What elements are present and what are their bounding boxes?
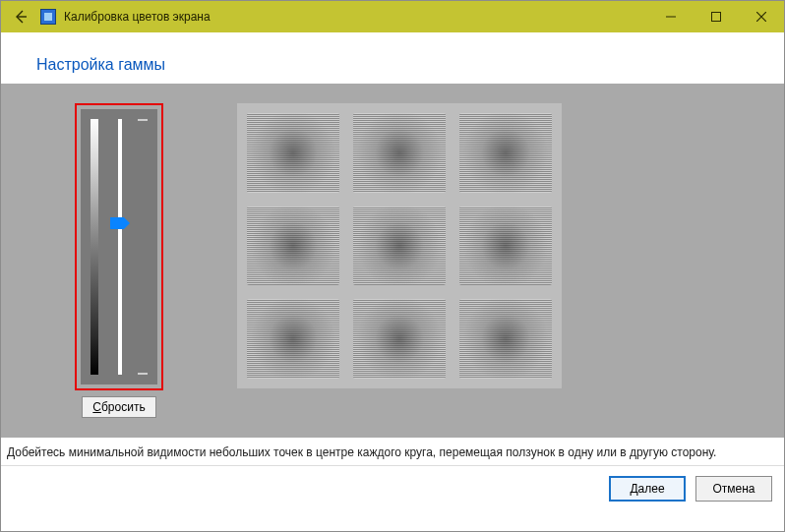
page-header: Настройка гаммы (1, 32, 784, 84)
slider-tick-top (138, 119, 148, 121)
gamma-dot (247, 207, 339, 286)
slider-highlight-frame (75, 103, 163, 390)
close-icon (756, 12, 766, 22)
gamma-preview-grid (237, 103, 562, 388)
slider-tick-bottom (138, 373, 148, 375)
gamma-slider[interactable] (81, 109, 157, 384)
gamma-gradient-strip (91, 119, 98, 375)
gamma-dot (353, 207, 446, 286)
slider-thumb[interactable] (110, 217, 130, 229)
gamma-dot (459, 113, 552, 193)
gamma-dot (247, 113, 339, 193)
reset-button[interactable]: Сбросить (82, 396, 155, 418)
minimize-icon (666, 12, 676, 22)
next-button[interactable]: Далее (609, 476, 686, 502)
slider-track (118, 119, 122, 375)
content-panel: Сбросить (1, 84, 784, 438)
page-title: Настройка гаммы (36, 56, 784, 74)
gamma-dot (459, 299, 552, 379)
window-title: Калибровка цветов экрана (64, 10, 211, 24)
minimize-button[interactable] (648, 1, 694, 32)
gamma-dot (459, 207, 552, 286)
reset-button-label: Сбросить (92, 400, 145, 414)
close-button[interactable] (739, 1, 784, 32)
instruction-text: Добейтесь минимальной видимости небольши… (1, 438, 784, 459)
maximize-button[interactable] (694, 1, 739, 32)
svg-rect-0 (712, 13, 721, 22)
back-arrow-icon (13, 9, 29, 25)
cancel-button[interactable]: Отмена (695, 476, 772, 502)
footer-buttons: Далее Отмена (1, 466, 784, 511)
gamma-slider-column: Сбросить (70, 103, 168, 418)
titlebar: Калибровка цветов экрана (1, 1, 784, 32)
gamma-dot (353, 299, 446, 379)
back-button[interactable] (9, 5, 32, 29)
app-icon (40, 9, 56, 25)
maximize-icon (711, 12, 721, 22)
gamma-dot (353, 113, 446, 193)
gamma-dot (247, 299, 339, 379)
